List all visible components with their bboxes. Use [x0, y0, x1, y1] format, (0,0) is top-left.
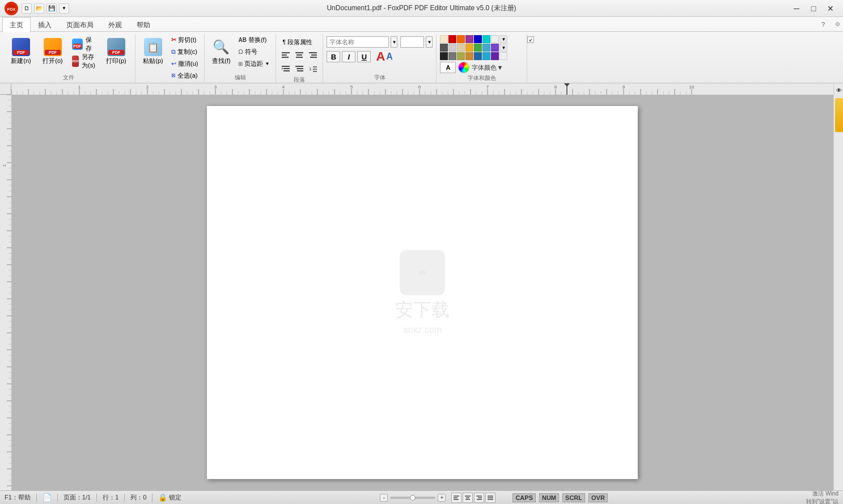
status-align-justify-button[interactable] — [485, 493, 495, 503]
minimize-button[interactable]: ─ — [789, 2, 804, 15]
zoom-plus-button[interactable]: + — [438, 494, 446, 502]
ribbon-group-edit: 🔍 查找(f) AB 替换(f) Ω 符号 ⊞ 页边距 ▼ — [205, 34, 276, 83]
print-button[interactable]: 打印(p) — [101, 34, 132, 69]
color-cell[interactable] — [448, 44, 456, 52]
status-keyboard-indicators: CAPS NUM SCRL OVR — [512, 493, 607, 502]
undo-button[interactable]: ↩ 撤消(u) — [168, 58, 201, 69]
color-cell[interactable] — [491, 35, 499, 43]
sidebar-toggle-icon[interactable]: 👁 — [834, 86, 844, 95]
color-cell[interactable] — [440, 44, 448, 52]
paragraph-group-items: ¶ 段落属性 — [279, 34, 319, 75]
color-cell[interactable] — [482, 35, 490, 43]
page-text: 页面：1/1 — [63, 493, 91, 502]
ribbon-settings-icon[interactable]: ⚙ — [832, 17, 843, 31]
tab-insert[interactable]: 插入 — [31, 17, 59, 32]
font-group-label: 字体 — [327, 73, 433, 83]
font-color-label[interactable]: 字体颜色▼ — [472, 63, 503, 72]
color-cell[interactable] — [457, 35, 465, 43]
tab-view[interactable]: 外观 — [101, 17, 129, 32]
underline-button[interactable]: U — [357, 51, 371, 62]
indent-less-button[interactable] — [279, 62, 292, 75]
ruler-v-svg: 1 — [0, 95, 11, 490]
save-button[interactable]: 保存 — [69, 36, 100, 52]
copy-button[interactable]: ⧉ 复制(c) — [168, 46, 201, 57]
color-cell[interactable] — [491, 52, 499, 60]
color-cell[interactable] — [457, 52, 465, 60]
align-right-button[interactable] — [307, 49, 319, 61]
color-dropdown-2[interactable]: ▼ — [499, 44, 507, 52]
font-name-dropdown[interactable]: ▼ — [391, 36, 397, 48]
document-canvas[interactable]: 安下载 anxz.com — [11, 95, 833, 490]
qa-new-button[interactable]: 🗋 — [22, 3, 32, 14]
activate-notice: 激活 Wind 转到"设置"以 — [806, 490, 838, 505]
document-page: 安下载 anxz.com — [207, 106, 638, 479]
tab-page-layout[interactable]: 页面布局 — [59, 17, 101, 32]
color-cell[interactable] — [474, 52, 482, 60]
border-button[interactable]: ⊞ 页边距 ▼ — [235, 58, 272, 69]
zoom-minus-button[interactable]: - — [380, 494, 388, 502]
font-size-dropdown[interactable]: ▼ — [426, 36, 433, 48]
status-align-center-button[interactable] — [463, 493, 473, 503]
ribbon-group-font: ▼ ▼ B I U A A 字体 — [323, 34, 437, 83]
tab-home[interactable]: 主页 — [2, 17, 31, 32]
replace-button[interactable]: AB 替换(f) — [235, 34, 272, 45]
qa-open-button[interactable]: 📂 — [34, 3, 44, 14]
color-dropdown[interactable]: ▼ — [499, 35, 507, 43]
color-cell[interactable] — [465, 44, 473, 52]
saveas-button[interactable]: PDF 另存为(s) — [69, 53, 100, 69]
find-label: 查找(f) — [212, 57, 230, 65]
color-spectrum-button[interactable] — [458, 62, 469, 73]
status-align-left-button[interactable] — [451, 493, 461, 503]
color-cell[interactable] — [440, 52, 448, 60]
color-cell[interactable] — [465, 52, 473, 60]
svg-text:4: 4 — [282, 84, 285, 90]
color-cell[interactable] — [491, 44, 499, 52]
font-grow-icon[interactable]: A — [376, 49, 385, 64]
selectall-button[interactable]: ⊠ 全选(a) — [168, 70, 201, 81]
replace-label: 替换(f) — [248, 36, 266, 44]
color-cell[interactable] — [440, 35, 448, 43]
ribbon-expand-button[interactable]: ↙ — [527, 36, 534, 43]
cut-button[interactable]: ✂ 剪切(t) — [168, 34, 201, 45]
help-link[interactable]: ? — [815, 17, 832, 31]
font-group-items: ▼ ▼ B I U A A — [327, 34, 433, 73]
list-num-button[interactable]: 1. — [307, 62, 319, 75]
color-cell[interactable] — [465, 35, 473, 43]
indent-more-button[interactable] — [293, 62, 306, 75]
edit-group-label: 编辑 — [208, 73, 272, 83]
zoom-slider[interactable] — [390, 497, 435, 499]
font-shrink-icon[interactable]: A — [386, 52, 393, 62]
font-name-input[interactable] — [327, 36, 389, 48]
align-left-button[interactable] — [279, 49, 292, 61]
paste-button[interactable]: 📋 粘贴(p) — [139, 34, 167, 69]
color-cell[interactable] — [499, 52, 507, 60]
watermark-svg — [408, 259, 437, 287]
font-size-input[interactable] — [400, 36, 424, 48]
ribbon-tab-row: 主页 插入 页面布局 外观 帮助 ? ⚙ — [0, 17, 843, 32]
find-button[interactable]: 🔍 查找(f) — [208, 34, 234, 69]
color-cell[interactable] — [448, 35, 456, 43]
symbol-button[interactable]: Ω 符号 — [235, 46, 272, 57]
para-props-button[interactable]: ¶ 段落属性 — [279, 36, 315, 48]
activate-text: 激活 Wind — [812, 490, 838, 498]
new-button[interactable]: 新建(n) — [6, 34, 36, 69]
qa-dropdown-button[interactable]: ▼ — [59, 3, 69, 14]
color-cell[interactable] — [474, 44, 482, 52]
italic-button[interactable]: I — [342, 51, 355, 62]
bold-button[interactable]: B — [327, 51, 340, 62]
open-button[interactable]: 打开(o) — [37, 34, 68, 69]
font-color-a-button[interactable]: A — [440, 62, 456, 73]
color-cell[interactable] — [448, 52, 456, 60]
restore-button[interactable]: □ — [806, 2, 821, 15]
close-button[interactable]: ✕ — [823, 2, 838, 15]
color-cell[interactable] — [482, 44, 490, 52]
color-cell[interactable] — [482, 52, 490, 60]
color-cell[interactable] — [457, 44, 465, 52]
tab-help[interactable]: 帮助 — [129, 17, 158, 32]
align-center-button[interactable] — [293, 49, 306, 61]
new-label: 新建(n) — [11, 57, 31, 65]
status-align-right-button[interactable] — [474, 493, 484, 503]
color-cell[interactable] — [474, 35, 482, 43]
qa-save-button[interactable]: 💾 — [46, 3, 57, 14]
ruler-v-ticks: 1 — [0, 95, 11, 490]
